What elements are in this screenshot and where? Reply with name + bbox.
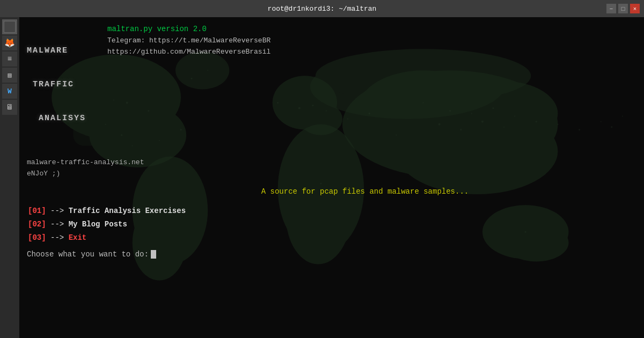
menu-num-2: [02] xyxy=(28,220,46,229)
title-bar-controls: − □ × xyxy=(606,4,640,13)
menu-arrow-1: --> xyxy=(50,207,69,215)
github-line: https://github.com/MalwareReverseBrasil xyxy=(107,47,270,58)
menu-arrow-3: --> xyxy=(50,233,69,242)
title-bar-title: root@dr1nkordi3: ~/maltran xyxy=(268,5,377,13)
sidebar-icon-files[interactable]: ≡ xyxy=(2,52,17,67)
source-line: A source for pcap files and malware samp… xyxy=(27,187,639,196)
logo-line2: TRAFFIC xyxy=(27,79,86,90)
enjoy-line: eNJoY ;) xyxy=(27,168,639,180)
logo-line3: ANALISYS xyxy=(27,113,86,124)
sidebar-icon-terminal[interactable]: ▤ xyxy=(2,68,17,83)
menu-arrow-2: --> xyxy=(50,220,69,229)
info-panel: maltran.py version 2.0 Telegram: https:/… xyxy=(107,23,270,58)
menu-label-exit: Exit xyxy=(69,233,87,242)
sidebar-icon-pc[interactable]: 🖥 xyxy=(2,100,17,115)
menu-num-3: [03] xyxy=(28,233,46,242)
logo-line1: MALWARE xyxy=(27,45,86,56)
website-line: malware-traffic-analysis.net xyxy=(27,157,639,168)
maximize-button[interactable]: □ xyxy=(618,4,628,13)
menu-label-1: Traffic Analysis Exercises xyxy=(69,207,186,215)
prompt-line: Choose what you want to do: xyxy=(27,250,639,259)
website-lines: malware-traffic-analysis.net eNJoY ;) xyxy=(27,157,639,180)
cursor xyxy=(151,250,156,259)
minimize-button[interactable]: − xyxy=(606,4,616,13)
close-button[interactable]: × xyxy=(630,4,640,13)
terminal-content: MALWARE TRAFFIC ANALISYS maltran.py vers… xyxy=(27,23,639,259)
sidebar: 🦊 ≡ ▤ W 🖥 xyxy=(0,17,19,338)
menu-item-3: [03] --> Exit xyxy=(28,231,639,245)
main-container: 🦊 ≡ ▤ W 🖥 xyxy=(0,17,644,338)
version-line: maltran.py version 2.0 xyxy=(107,25,270,33)
menu-item-1: [01] --> Traffic Analysis Exercises xyxy=(28,204,639,218)
logo-area: MALWARE TRAFFIC ANALISYS maltran.py vers… xyxy=(27,23,639,146)
title-bar: root@dr1nkordi3: ~/maltran − □ × xyxy=(0,0,644,17)
sidebar-icon-firefox[interactable]: 🦊 xyxy=(2,35,17,50)
sidebar-icon-w[interactable]: W xyxy=(2,84,17,99)
menu-item-2: [02] --> My Blog Posts xyxy=(28,218,639,231)
sidebar-icon-app[interactable] xyxy=(2,19,17,34)
menu-list: [01] --> Traffic Analysis Exercises [02]… xyxy=(27,204,639,245)
menu-num-1: [01] xyxy=(28,207,46,215)
ascii-logo: MALWARE TRAFFIC ANALISYS xyxy=(27,23,86,146)
prompt-text: Choose what you want to do: xyxy=(27,250,149,259)
terminal-window[interactable]: MALWARE TRAFFIC ANALISYS maltran.py vers… xyxy=(19,17,644,338)
telegram-line: Telegram: https://t.me/MalwareReverseBR xyxy=(107,35,270,47)
menu-label-2: My Blog Posts xyxy=(69,220,127,229)
